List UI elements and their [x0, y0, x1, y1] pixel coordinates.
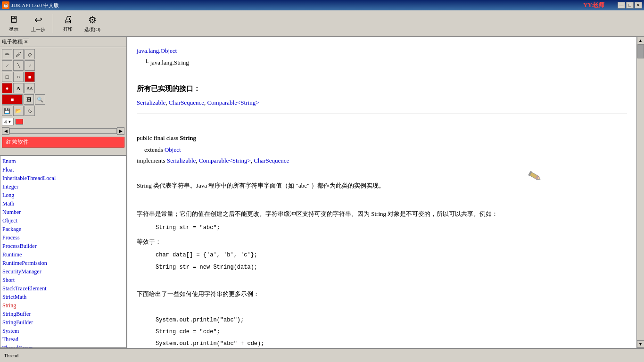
nav-item-enum[interactable]: Enum [2, 157, 124, 165]
thread-status: Thread [4, 353, 18, 358]
nav-item-threadgroup[interactable]: ThreadGroup [2, 344, 124, 348]
redsoftware-label: 红烛软件 [6, 139, 29, 145]
titlebar-title: JDK API 1.6.0 中文版 [11, 2, 59, 9]
options-button[interactable]: ⚙ 选项(O) [81, 12, 104, 35]
desc4: 下面给出了一些如何使用字符串的更多示例： [137, 288, 627, 299]
options-label: 选项(O) [84, 26, 100, 33]
impl-serializable-link[interactable]: Serializable [167, 157, 196, 164]
impl-charsequence-link[interactable]: CharSequence [254, 157, 289, 164]
nav-item-processbuilder[interactable]: ProcessBuilder [2, 242, 124, 250]
fill-color-button[interactable]: ■ [2, 94, 23, 105]
nav-item-integer[interactable]: Integer [2, 182, 124, 191]
zoom-button[interactable]: 🔍 [35, 94, 45, 105]
fill-rect-button[interactable]: ■ [25, 72, 35, 82]
pencil-button[interactable]: ✏ [2, 49, 12, 59]
scroll-left-button[interactable]: ◀ [2, 127, 9, 135]
desc2: 字符串是常量；它们的值在创建之后不能更改。字符串缓冲区支持可变的字符串。因为 S… [137, 208, 627, 219]
image-button[interactable]: 🖼 [24, 94, 34, 105]
scroll-thumb-track[interactable] [637, 44, 644, 340]
etutorial-label: 电子教程 [2, 38, 23, 45]
scroll-thumb[interactable] [637, 44, 644, 58]
nav-item-short[interactable]: Short [2, 276, 124, 284]
code3-3: System.out.println("abc" + cde); [156, 339, 627, 348]
main-container: 电子教程 ✕ ✏ 🖊 ◇ ⟋ ╲ ⟋ □ ○ ■ ● A AA [0, 37, 644, 348]
open-button[interactable]: 📂 [13, 106, 24, 116]
show-button[interactable]: 🖥 显示 [2, 12, 25, 35]
nav-item-string[interactable]: String [2, 301, 124, 310]
minimize-button[interactable]: — [618, 2, 625, 8]
object-link[interactable]: java.lang.Object [137, 47, 177, 54]
code3-1: System.out.println("abc"); [156, 316, 627, 325]
eraser-button[interactable]: ◇ [25, 49, 35, 59]
yy-label: YY老师 [583, 1, 604, 9]
main-toolbar: 🖥 显示 ↩ 上一步 🖨 打印 ⚙ 选项(O) [0, 10, 644, 37]
color-dropdown-arrow: ▼ [8, 120, 12, 124]
nav-item-object[interactable]: Object [2, 216, 124, 225]
nav-item-long[interactable]: Long [2, 191, 124, 199]
textsize-button[interactable]: AA [25, 83, 35, 93]
back-button[interactable]: ↩ 上一步 [26, 12, 50, 35]
tool3-button[interactable]: ⟋ [25, 60, 35, 71]
nav-item-stringbuilder[interactable]: StringBuilder [2, 318, 124, 327]
object-extends-link[interactable]: Object [165, 146, 181, 153]
highlight-button[interactable]: 🖊 [13, 49, 24, 59]
print-button[interactable]: 🖨 打印 [56, 12, 80, 35]
nav-item-securitymanager[interactable]: SecurityManager [2, 267, 124, 276]
back-label: 上一步 [31, 26, 45, 33]
nav-item-thread[interactable]: Thread [2, 335, 124, 344]
nav-item-float[interactable]: Float [2, 165, 124, 174]
color-number: 4 [4, 119, 7, 124]
scroll-down-button[interactable]: ▼ [637, 340, 644, 348]
tool2-button[interactable]: ╲ [13, 60, 24, 71]
maximize-button[interactable]: □ [626, 2, 634, 8]
code2-1: char data[] = {'a', 'b', 'c'}; [156, 251, 627, 260]
titlebar: ☕ JDK API 1.6.0 中文版 YY老师 — □ ✕ [0, 0, 644, 10]
left-panel: 电子教程 ✕ ✏ 🖊 ◇ ⟋ ╲ ⟋ □ ○ ■ ● A AA [0, 37, 127, 348]
window-controls: — □ ✕ [618, 2, 642, 8]
app-icon: ☕ [2, 1, 9, 9]
redsoftware-button[interactable]: 红烛软件 [2, 137, 124, 148]
impl-comparable-link[interactable]: Comparable<String> [199, 157, 251, 164]
nav-item-runtime[interactable]: Runtime [2, 250, 124, 259]
toolbar-scrollbar: ◀ ▶ [2, 127, 124, 135]
code3-2: String cde = "cde"; [156, 328, 627, 337]
charsequence-link[interactable]: CharSequence [169, 99, 204, 106]
toolbar-panel: ✏ 🖊 ◇ ⟋ ╲ ⟋ □ ○ ■ ● A AA ■ 🖼 � [0, 47, 126, 156]
content-area[interactable]: java.lang.Object └ java.lang.String 所有已实… [127, 37, 636, 348]
comparable-link[interactable]: Comparable<String> [207, 99, 259, 106]
rect-button[interactable]: □ [2, 72, 12, 82]
nav-item-strictmath[interactable]: StrictMath [2, 293, 124, 301]
diamond-button[interactable]: ◇ [25, 106, 35, 116]
nav-item-system[interactable]: System [2, 327, 124, 335]
all-interfaces-title: 所有已实现的接口： [137, 83, 627, 94]
etutorial-bar: 电子教程 ✕ [0, 37, 126, 47]
ellipse-button[interactable]: ○ [13, 72, 24, 82]
save-button[interactable]: 💾 [2, 106, 12, 116]
back-icon: ↩ [34, 14, 42, 25]
nav-item-math[interactable]: Math [2, 199, 124, 208]
color-selector[interactable]: 4 ▼ [2, 118, 14, 125]
nav-item-stacktraceelement[interactable]: StackTraceElement [2, 284, 124, 293]
nav-item-inheritablethreadlocal[interactable]: InheritableThreadLocal [2, 174, 124, 182]
nav-item-runtimepermission[interactable]: RuntimePermission [2, 259, 124, 267]
nav-item-stringbuffer[interactable]: StringBuffer [2, 310, 124, 318]
toolbar-separator [53, 14, 53, 33]
nav-item-process[interactable]: Process [2, 233, 124, 242]
fill-ellipse-button[interactable]: ● [2, 83, 12, 93]
hierarchy-root: java.lang.Object [137, 46, 627, 56]
nav-item-package[interactable]: Package [2, 225, 124, 233]
show-icon: 🖥 [9, 14, 18, 25]
scroll-track[interactable] [9, 128, 117, 134]
nav-item-number[interactable]: Number [2, 208, 124, 216]
scroll-up-button[interactable]: ▲ [637, 37, 644, 44]
close-button[interactable]: ✕ [635, 2, 642, 8]
statusbar: Thread [0, 348, 644, 362]
tool1-button[interactable]: ⟋ [2, 60, 12, 71]
extends-line: extends Object [144, 145, 627, 155]
serializable-link[interactable]: Serializable [137, 99, 165, 106]
color-swatch[interactable] [16, 119, 23, 124]
print-label: 打印 [63, 26, 73, 33]
text-button[interactable]: A [13, 83, 24, 93]
scroll-right-button[interactable]: ▶ [117, 127, 124, 135]
etutorial-close-button[interactable]: ✕ [23, 39, 29, 45]
